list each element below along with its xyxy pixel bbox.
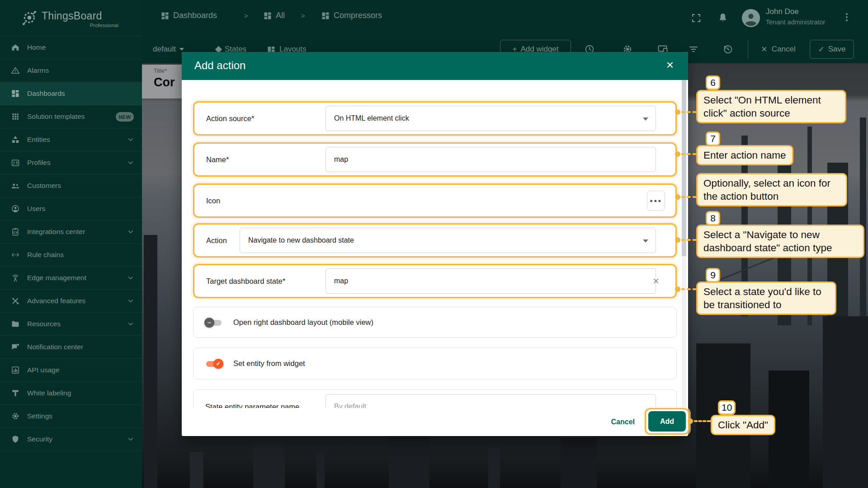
settings-gear-icon <box>11 412 20 421</box>
tower-silhouette <box>860 117 866 325</box>
connector-dot <box>675 151 680 157</box>
sidebar-item-alarms[interactable]: Alarms <box>0 59 142 82</box>
check-icon: ✓ <box>818 45 825 54</box>
open-right-layout-toggle[interactable]: − <box>205 318 222 328</box>
chevron-down-icon <box>127 228 135 236</box>
callout-action-type: Select a "Navigate to new dashboard stat… <box>696 225 864 258</box>
cancel-button[interactable]: Cancel <box>611 408 635 436</box>
set-entity-toggle[interactable]: ✓ <box>205 359 222 369</box>
integrations-icon <box>11 227 20 236</box>
sidebar-item-rule-chains[interactable]: Rule chains <box>0 244 142 267</box>
sidebar-item-customers[interactable]: Customers <box>0 174 142 197</box>
sidebar-item-settings[interactable]: Settings <box>0 405 142 428</box>
sidebar-item-users[interactable]: Users <box>0 197 142 221</box>
breadcrumb-separator: > <box>244 12 248 19</box>
action-name-input[interactable] <box>326 147 656 172</box>
step-badge-9: 9 <box>706 268 720 282</box>
chevron-down-icon <box>127 435 135 443</box>
step-badge-10: 10 <box>718 400 736 415</box>
chevron-down-icon <box>643 117 648 121</box>
open-right-layout-row: − Open right dashboard layout (mobile vi… <box>193 307 677 338</box>
users-icon <box>11 204 20 213</box>
resources-folder-icon <box>11 319 20 328</box>
state-selector[interactable]: default <box>153 35 184 63</box>
structure-silhouette <box>190 452 203 488</box>
home-icon <box>11 43 20 52</box>
action-type-select[interactable]: Navigate to new dashboard state <box>240 228 656 253</box>
sidebar-item-api-usage[interactable]: API usage <box>0 359 142 382</box>
brand-logo[interactable]: ThingsBoard Professional <box>0 0 142 36</box>
set-entity-row: ✓ Set entity from widget <box>193 347 677 380</box>
customers-icon <box>11 181 20 190</box>
target-state-label: Target dashboard state* <box>206 277 326 286</box>
thingsboard-logo-icon <box>21 9 38 26</box>
sidebar-item-edge-management[interactable]: Edge management <box>0 267 142 290</box>
breadcrumb-dashboards[interactable]: Dashboards <box>160 11 217 20</box>
icon-label: Icon <box>206 197 220 205</box>
fullscreen-icon[interactable] <box>691 13 702 23</box>
dialog-title: Add action <box>194 59 245 72</box>
profiles-icon <box>11 158 20 167</box>
clear-icon[interactable]: × <box>653 276 659 286</box>
brand-name: ThingsBoard <box>42 10 102 22</box>
breadcrumb-compressors[interactable]: Compressors <box>321 11 382 20</box>
dashboards-icon <box>11 89 20 98</box>
icon-picker-button[interactable]: ●●● <box>647 191 665 211</box>
sidebar-item-entities[interactable]: Entities <box>0 128 142 151</box>
action-type-value: Navigate to new dashboard state <box>248 236 354 244</box>
more-menu-icon[interactable] <box>843 12 851 24</box>
action-type-row: Action Navigate to new dashboard state <box>193 223 677 258</box>
user-name: John Doe <box>766 7 799 16</box>
add-button[interactable]: Add <box>648 411 686 432</box>
action-source-row: Action source* On HTML element click <box>193 101 677 136</box>
title-field-value: Cor <box>154 75 175 89</box>
state-entity-param-input[interactable] <box>326 394 656 408</box>
filter-icon[interactable] <box>688 44 699 55</box>
breadcrumb-all[interactable]: All <box>263 11 285 20</box>
close-icon[interactable]: × <box>662 57 678 74</box>
title-field-label: Title* <box>154 67 167 74</box>
action-type-label: Action <box>206 236 240 245</box>
callout-add: Click "Add" <box>711 415 775 435</box>
connector-dot <box>675 237 680 243</box>
save-dashboard-button[interactable]: ✓ Save <box>810 40 854 59</box>
action-source-value: On HTML element click <box>334 114 409 122</box>
dialog-scrollbar-thumb[interactable] <box>682 80 686 256</box>
user-avatar[interactable] <box>742 9 760 27</box>
sidebar-item-security[interactable]: Security <box>0 428 142 451</box>
breadcrumb-label: Dashboards <box>173 11 217 20</box>
notifications-bell-icon[interactable] <box>717 12 728 23</box>
api-usage-icon <box>11 366 20 375</box>
structure-silhouette <box>389 434 429 488</box>
connector-dot <box>675 286 680 292</box>
structure-silhouette <box>144 235 157 488</box>
connector-dash <box>681 288 696 290</box>
target-state-input[interactable] <box>326 268 656 294</box>
structure-silhouette <box>561 438 597 488</box>
sidebar-item-advanced-features[interactable]: Advanced features <box>0 290 142 313</box>
thingsboard-app: Title* Cor Dashboards > All > Compressor… <box>0 0 868 488</box>
sidebar-item-integrations-center[interactable]: Integrations center <box>0 221 142 244</box>
connector-dash <box>694 420 711 422</box>
state-entity-param-row: State entity parameter name <box>193 389 677 408</box>
version-history-icon[interactable] <box>722 44 733 55</box>
structure-silhouette <box>823 316 868 488</box>
sidebar-item-resources[interactable]: Resources <box>0 313 142 336</box>
sidebar-item-home[interactable]: Home <box>0 36 142 59</box>
sidebar-item-white-labeling[interactable]: White labeling <box>0 382 142 405</box>
new-badge: NEW <box>116 112 134 122</box>
dashboard-grid-icon <box>263 11 272 20</box>
state-entity-param-label: State entity parameter name <box>205 403 326 408</box>
sidebar-item-dashboards[interactable]: Dashboards <box>0 82 142 105</box>
step-badge-8: 8 <box>706 211 720 225</box>
connector-dash <box>681 239 696 241</box>
white-labeling-icon <box>11 389 20 398</box>
cancel-edit-button[interactable]: × Cancel <box>761 35 796 63</box>
sidebar-item-solution-templates[interactable]: Solution templates NEW <box>0 105 142 128</box>
sidebar-item-profiles[interactable]: Profiles <box>0 151 142 174</box>
breadcrumb-label: All <box>276 11 285 20</box>
chevron-down-icon <box>127 274 135 282</box>
connector-dot <box>675 109 680 115</box>
action-source-select[interactable]: On HTML element click <box>326 106 656 131</box>
sidebar-item-notification-center[interactable]: Notification center <box>0 336 142 359</box>
